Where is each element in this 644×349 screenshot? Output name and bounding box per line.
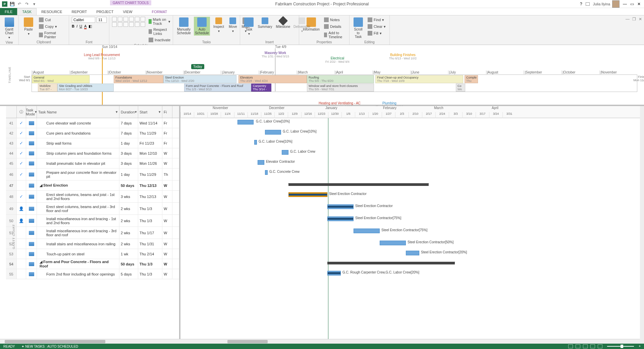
sub-restore-icon[interactable]: ❐ bbox=[632, 17, 636, 21]
table-row[interactable]: 50👤Install miscellaneous iron and bracin… bbox=[6, 215, 179, 227]
inactivate-button[interactable]: Inactivate bbox=[147, 37, 172, 43]
add-timeline-button[interactable]: Add to Timeline bbox=[323, 30, 346, 40]
sub-minimize-icon[interactable]: — bbox=[626, 17, 630, 21]
deliverable-button[interactable]: Deliverable▾ bbox=[293, 17, 311, 34]
details-button[interactable]: Details bbox=[323, 23, 346, 30]
table-row[interactable]: 48✓Erect steel columns, beams and joist … bbox=[6, 191, 179, 203]
gantt-chart-button[interactable]: Gantt Chart▾ bbox=[3, 17, 16, 40]
font-name-combo[interactable] bbox=[72, 17, 95, 23]
zoom-slider[interactable] bbox=[607, 346, 634, 347]
ribbon-collapse-icon[interactable] bbox=[586, 2, 590, 6]
col-indicator[interactable]: ⓘ bbox=[17, 106, 26, 118]
format-painter-button[interactable]: Format Painter bbox=[38, 30, 66, 40]
help-icon[interactable]: ? bbox=[580, 2, 582, 6]
task-bar[interactable] bbox=[380, 241, 406, 245]
manually-schedule-button[interactable]: Manually Schedule bbox=[176, 17, 192, 36]
inspect-button[interactable]: Inspect▾ bbox=[212, 17, 225, 34]
link-outdent-buttons[interactable] bbox=[112, 22, 145, 27]
chart-hscroll[interactable] bbox=[180, 339, 644, 344]
tab-report[interactable]: REPORT bbox=[67, 8, 92, 15]
timeline-bar[interactable]: CoWe bbox=[456, 84, 465, 92]
font-size-combo[interactable] bbox=[97, 17, 107, 23]
auto-schedule-button[interactable]: Auto Schedule bbox=[194, 17, 210, 36]
timeline-bar[interactable]: Steel ErectionThu 12/13 - Wed 2/20 bbox=[163, 75, 236, 83]
undo-icon[interactable]: ↶ bbox=[17, 1, 22, 7]
save-icon[interactable]: 💾 bbox=[9, 1, 15, 7]
maximize-icon[interactable]: ▭ bbox=[630, 2, 634, 6]
table-row[interactable]: 47◢ Steel Erection50 daysThu 12/13W bbox=[6, 181, 179, 191]
table-row[interactable]: 53Touch-up paint on steel1 wkThu 2/14W bbox=[6, 249, 179, 259]
tab-format[interactable]: FORMAT bbox=[147, 8, 172, 15]
timeline-bar[interactable]: Window wall and store front closuresThu … bbox=[307, 84, 374, 92]
task-bar[interactable] bbox=[327, 204, 354, 209]
timeline-bar[interactable]: Form and Pour Concrete - Floors and Roof… bbox=[184, 84, 251, 92]
timeline-bar[interactable]: Final Clean-up and OccupancyThu 7/18 - W… bbox=[375, 75, 463, 83]
col-start[interactable]: Start▾ bbox=[138, 106, 162, 118]
paste-button[interactable]: Paste▾ bbox=[21, 17, 36, 36]
minimize-icon[interactable]: — bbox=[623, 2, 627, 6]
view-network-icon[interactable] bbox=[583, 344, 588, 348]
task-bar[interactable] bbox=[282, 150, 288, 155]
view-gantt-icon[interactable] bbox=[568, 344, 573, 348]
qat-dropdown-icon[interactable]: ▾ bbox=[32, 1, 37, 7]
tab-view[interactable]: VIEW bbox=[118, 8, 137, 15]
table-row[interactable]: 52Install stairs and miscellaneous iron … bbox=[6, 239, 179, 249]
task-bar[interactable] bbox=[237, 120, 254, 124]
bold-button[interactable]: B bbox=[72, 24, 74, 29]
timeline-bar[interactable]: CarpentryThu 3/14 - bbox=[251, 84, 271, 92]
tab-file[interactable]: FILE bbox=[0, 8, 17, 15]
gantt-chart[interactable]: NovemberDecemberJanuaryFebruaryMarchApri… bbox=[180, 106, 644, 344]
timeline-callout[interactable]: Long Lead ProcurementWed 8/8 - Tue 11/13 bbox=[84, 53, 120, 60]
table-row[interactable]: 54◢ Form and Pour Concrete - Floors and … bbox=[6, 259, 179, 269]
respect-links-button[interactable]: Respect Links bbox=[147, 27, 172, 36]
summary-button[interactable]: Summary bbox=[257, 17, 273, 29]
summary-bar[interactable] bbox=[288, 183, 429, 186]
timeline-bar[interactable]: Site Grading and UtilitiesMon 8/27 - Tue… bbox=[57, 84, 114, 92]
table-hscroll[interactable] bbox=[6, 339, 180, 344]
table-row[interactable]: 45✓Install pneumatic tube in elevator pi… bbox=[6, 158, 179, 168]
col-duration[interactable]: Duration ▾ bbox=[119, 106, 138, 118]
zoom-in-icon[interactable]: + bbox=[639, 344, 641, 348]
task-bar[interactable] bbox=[406, 251, 419, 255]
col-task-mode[interactable]: Task Mode ▾ bbox=[26, 106, 37, 118]
redo-icon[interactable]: ↷ bbox=[24, 1, 30, 7]
task-bar[interactable] bbox=[254, 140, 257, 145]
fill-color-button[interactable]: ◧ bbox=[89, 24, 92, 29]
timeline-pane[interactable]: TIMELINE StartWed 8/1 FinishMon 11/4 Sun… bbox=[0, 45, 644, 106]
tab-task[interactable]: TASK bbox=[17, 8, 37, 15]
task-bar[interactable] bbox=[327, 271, 341, 276]
table-row[interactable]: 46✓Prepare and pour concrete floor in el… bbox=[6, 168, 179, 181]
copy-button[interactable]: Copy ▾ bbox=[38, 23, 66, 30]
close-icon[interactable]: ✕ bbox=[637, 2, 641, 6]
find-button[interactable]: Find ▾ bbox=[366, 17, 387, 23]
timeline-callout[interactable]: ElectricalFri 2/22 - Wed 9/4 bbox=[325, 56, 350, 63]
timeline-bar[interactable]: FoundationsWed 10/24 - Wed 12/12 bbox=[114, 75, 163, 83]
task-button[interactable]: Task▾ bbox=[243, 17, 255, 36]
milestone-button[interactable]: Milestone bbox=[275, 17, 291, 29]
font-color-button[interactable]: A bbox=[84, 24, 87, 29]
task-bar[interactable] bbox=[265, 170, 268, 175]
timeline-bar[interactable]: CompleThu bbox=[465, 75, 478, 83]
col-task-name[interactable]: Task Name▾ bbox=[37, 106, 119, 118]
timeline-bar[interactable]: ElevatorsThu 2/28 - Wed 4/24 bbox=[238, 75, 307, 83]
tab-resource[interactable]: RESOURCE bbox=[37, 8, 67, 15]
summary-bar[interactable] bbox=[327, 262, 455, 264]
table-row[interactable]: 51Install miscellaneous iron and bracing… bbox=[6, 227, 179, 239]
mark-on-track-button[interactable]: Mark on Track ▾ bbox=[147, 17, 172, 26]
col-finish[interactable]: Fi bbox=[162, 106, 172, 118]
cut-button[interactable]: Cut bbox=[38, 17, 66, 23]
task-bar[interactable] bbox=[327, 216, 354, 221]
tab-project[interactable]: PROJECT bbox=[92, 8, 118, 15]
timeline-callout[interactable]: Building FinishesThu 6/13 - Wed 10/2 bbox=[389, 53, 417, 60]
task-bar[interactable] bbox=[354, 229, 380, 233]
timeline-bar[interactable]: RoofingThu 5/9 - Thu 6/20 bbox=[307, 75, 374, 83]
table-row[interactable]: 55Form 2nd floor including all floor ope… bbox=[6, 269, 179, 279]
fill-button[interactable]: Fill ▾ bbox=[366, 30, 387, 36]
gantt-table[interactable]: ⓘ Task Mode ▾ Task Name▾ Duration ▾ Star… bbox=[6, 106, 180, 344]
task-bar[interactable] bbox=[265, 130, 281, 135]
user-account[interactable]: Julia Ilyina bbox=[593, 0, 620, 8]
view-usage-icon[interactable] bbox=[576, 344, 580, 348]
italic-button[interactable]: I bbox=[76, 24, 77, 29]
timeline-bar[interactable]: MobilizeTue 8/7 - bbox=[38, 84, 57, 92]
task-bar[interactable] bbox=[288, 192, 327, 197]
